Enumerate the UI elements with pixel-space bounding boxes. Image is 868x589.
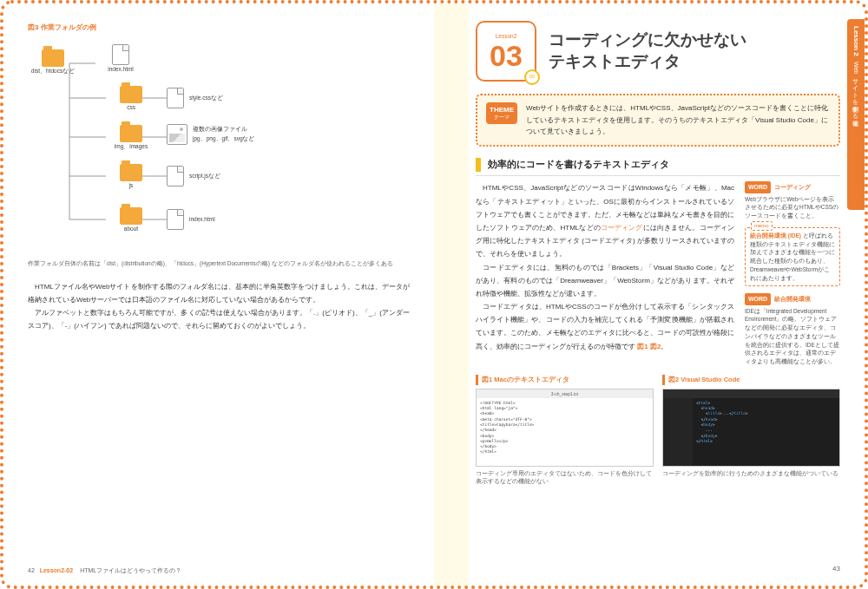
left-para1: HTMLファイル名やWebサイトを制作する際のフォルダ名には、基本的に半角英数字… [28,280,410,306]
node-style: style.cssなど [167,88,223,108]
node-about: about [106,207,156,233]
clock-min: 60 [529,73,536,82]
right-pagenum: 43 [832,564,840,575]
section-head: 効率的にコードを書けるテキストエディタ [476,157,840,177]
node-js: js [106,164,156,190]
word1-title: コーディング [774,182,811,192]
vscode-sidebar [663,398,693,466]
folder-icon [120,125,142,142]
node-imgfiles: 複数の画像ファイル jpg、png、gif、svgなど [167,124,255,145]
word2-box: WORD 統合開発環境 IDEは「Integrated Development … [745,293,840,365]
left-body: HTMLファイル名やWebサイトを制作する際のフォルダ名には、基本的に半角英数字… [28,280,410,333]
label-script: script.jsなど [189,172,220,180]
folder-icon [120,164,142,181]
headline-a: コーディングに欠かせない [549,29,746,51]
fig2-caption: コーディングを効率的に行うためのさまざまな機能がついている [662,469,840,477]
theme-tag-label: THEME [490,106,514,114]
fig1-code: <!DOCTYPE html> <html lang="ja"> <head> … [477,398,653,458]
folder-icon [42,49,64,67]
fig2-titlebar [663,389,839,398]
file-icon [167,88,184,108]
fig2-screenshot: <html> <head> <title>...</title> </head>… [662,389,840,467]
label-about: about [124,225,138,233]
left-lesson-title: HTMLファイルはどうやって作るの？ [80,567,181,573]
label-index1: index.html [108,65,134,74]
headline-box: Lesson2 03 60 コーディングに欠かせない テキストエディタ [476,21,840,82]
fig1-titlebar: 3-ch_step1.txt [477,389,653,398]
label-imgfiles-sub: jpg、png、gif、svgなど [193,134,255,143]
folder-icon [120,207,142,225]
ref-fig2: 図2 [650,343,661,350]
memo-highlight: 統合開発環境 (IDE) [750,232,803,239]
side-tab: Lesson 2 Webサイトを制作する準備 [847,19,865,210]
theme-text: Webサイトを作成するときには、HTMLやCSS、JavaScriptなどのソー… [526,102,830,138]
label-imgfiles-title: 複数の画像ファイル [193,125,255,134]
side-tab-title: Lesson 2 [851,26,862,56]
right-p1: HTMLやCSS、JavaScriptなどのソースコードはWindowsなら「メ… [476,181,734,260]
fig2-code: <html> <head> <title>...</title> </head>… [693,398,839,447]
fig3-desc: 作業フォルダ自体の名前は「dist」(distributionの略)、「htdo… [28,259,410,268]
node-index1: index.html [95,44,146,74]
right-p3a: コードエディタは、HTMLやCSSのコードが色分けして表示する「シンタックスハイ… [476,303,734,350]
file-icon [112,44,129,65]
lesson-num: 03 [490,41,523,70]
label-js: js [129,181,134,190]
left-lesson-tag: Lesson2-02 [40,567,74,573]
word1-box: WORD コーディング WebブラウザにWebページを表示させるために必要なHT… [745,181,840,219]
label-root: dist、htdocsなど [31,67,75,75]
ref-fig1: 図1 [637,343,648,350]
word1-desc: WebブラウザにWebページを表示させるために必要なHTMLやCSSのソースコー… [745,195,840,220]
theme-tag-sub: テーマ [490,115,514,121]
node-css: css [106,86,156,112]
fig1-caption: コーディング専用のエディタではないため、コードを色分けして表示するなどの機能がな… [476,469,654,485]
label-style: style.cssなど [189,94,223,102]
headline-b: テキストエディタ [549,51,746,73]
theme-tag: THEME テーマ [486,102,517,124]
word-tag-1: WORD [745,181,771,193]
section-bar-icon [476,158,481,172]
page-right: Lesson2 03 60 コーディングに欠かせない テキストエディタ THEM… [434,3,865,586]
label-css: css [127,103,135,112]
right-p3b: 。 [661,343,667,350]
fig1-screenshot: 3-ch_step1.txt <!DOCTYPE html> <html lan… [476,389,654,467]
node-root: dist、htdocsなど [28,49,78,75]
word2-title: 統合開発環境 [774,294,811,304]
theme-box: THEME テーマ Webサイトを作成するときには、HTMLやCSS、JavaS… [476,94,840,147]
right-side-col: WORD コーディング WebブラウザにWebページを表示させるために必要なHT… [745,181,840,365]
page-left: 図3 作業フォルダの例 dist、htdocsなど [3,3,434,586]
label-img: img、images [115,142,148,151]
file-icon [167,209,184,230]
folder-icon [120,86,142,103]
right-main-col: HTMLやCSS、JavaScriptなどのソースコードはWindowsなら「メ… [476,181,734,365]
left-pagefoot: 42 Lesson2-02 HTMLファイルはどうやって作るの？ [28,566,181,575]
memo-text: と呼ばれる種類のテキストエディタ機能に加えてさまざまな機能を一つに統合した種類の… [750,232,835,281]
node-script: script.jsなど [167,166,220,187]
side-tab-text: Webサイトを制作する準備 [851,62,860,115]
right-p2: コードエディタには、無料のものでは「Brackets」「Visual Studi… [476,261,734,301]
node-index2: index.html [167,209,215,230]
image-icon [167,124,187,145]
fig1-label: 図1 Macのテキストエディタ [476,375,654,385]
memo-box: memo 統合開発環境 (IDE) と呼ばれる種類のテキストエディタ機能に加えて… [745,227,840,287]
word2-desc: IDEは「Integrated Development Environment」… [745,307,840,366]
clock-badge: 60 [524,69,540,85]
lesson-number-badge: Lesson2 03 60 [476,21,536,82]
memo-label: memo [751,221,773,231]
fig3-label: 図3 作業フォルダの例 [28,23,410,34]
fig1-box: 図1 Macのテキストエディタ 3-ch_step1.txt <!DOCTYPE… [476,375,654,485]
word-tag-2: WORD [745,293,771,304]
section-title: 効率的にコードを書けるテキストエディタ [488,157,669,173]
right-p3: コードエディタは、HTMLやCSSのコードが色分けして表示する「シンタックスハイ… [476,300,734,353]
file-icon [167,166,184,187]
fig2-label: 図2 Visual Studio Code [662,375,840,385]
node-img: img、images [106,125,156,151]
left-para2: アルファベットと数字はもちろん可能ですが、多くの記号は使えない場合があります。「… [28,306,410,332]
label-index2: index.html [189,215,215,224]
fig2-box: 図2 Visual Studio Code <html> <head> <tit… [662,375,840,485]
folder-diagram: dist、htdocsなど index.html css style.cssなど… [28,37,271,254]
left-pagenum: 42 [28,567,35,573]
right-p1-keyword: コーディング [601,224,643,232]
